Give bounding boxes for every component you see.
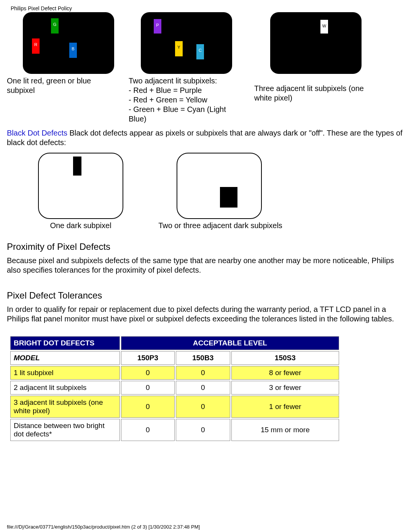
chip-b: B [69, 43, 77, 58]
tolerances-heading: Pixel Defect Tolerances [7, 290, 404, 301]
td-model-label: MODEL [10, 351, 120, 365]
bright-col-3: W Three adjacent lit subpixels (one whit… [254, 12, 368, 124]
td-model-2: 150B3 [176, 351, 230, 365]
chip-r: R [32, 38, 40, 54]
dark-col-1: One dark subpixel [38, 153, 123, 230]
th-bright-dot: BRIGHT DOT DEFECTS [10, 336, 120, 350]
tolerances-table: BRIGHT DOT DEFECTS ACCEPTABLE LEVEL MODE… [9, 335, 340, 442]
dark-col-2: Two or three adjacent dark subpixels [177, 153, 287, 230]
page-title: Philips Pixel Defect Policy [11, 5, 404, 11]
dark-cap-1: One dark subpixel [38, 221, 123, 230]
th-acceptable: ACCEPTABLE LEVEL [121, 336, 339, 350]
td-val: 0 [176, 396, 230, 418]
chip-p: P [154, 19, 161, 34]
bright-desc-2-l2: - Red + Green = Yellow [129, 96, 207, 104]
tolerances-paragraph: In order to qualify for repair or replac… [7, 305, 404, 324]
chip-g: G [51, 18, 59, 34]
td-label: Distance between two bright dot defects* [10, 419, 120, 441]
dark-panel-2 [177, 153, 262, 219]
dark-dot-row: One dark subpixel Two or three adjacent … [38, 153, 404, 230]
td-label: 1 lit subpixel [10, 366, 120, 380]
black-dot-paragraph: Black Dot Defects Black dot defects appe… [7, 128, 404, 147]
td-model-3: 150S3 [231, 351, 339, 365]
dark-panel-1 [38, 153, 123, 219]
bright-desc-2-l1: - Red + Blue = Purple [129, 86, 202, 94]
table-row: Distance between two bright dot defects*… [10, 419, 339, 441]
td-val: 0 [176, 366, 230, 380]
td-label: 2 adjacent lit subpixels [10, 381, 120, 395]
bright-col-1: R G B One lit red, green or blue subpixe… [7, 12, 117, 124]
td-label: 3 adjacent lit subpixels (one white pixe… [10, 396, 120, 418]
bright-panel-w: W [270, 12, 362, 74]
table-row: 3 adjacent lit subpixels (one white pixe… [10, 396, 339, 418]
table-row: 2 adjacent lit subpixels 0 0 3 or fewer [10, 381, 339, 395]
td-val: 0 [121, 419, 175, 441]
td-val: 0 [176, 419, 230, 441]
bright-panel-pyc: P Y C [141, 12, 232, 74]
td-val: 0 [176, 381, 230, 395]
td-val: 3 or fewer [231, 381, 339, 395]
bright-desc-2-l3: - Green + Blue = Cyan (Light Blue) [129, 105, 226, 123]
bright-dot-row: R G B One lit red, green or blue subpixe… [7, 12, 404, 124]
table-row: MODEL 150P3 150B3 150S3 [10, 351, 339, 365]
bright-col-2: P Y C Two adjacent lit subpixels: - Red … [129, 12, 243, 124]
dark-cap-2: Two or three adjacent dark subpixels [154, 221, 287, 230]
bright-desc-1: One lit red, green or blue subpixel [7, 76, 117, 95]
dark-subpixel-icon [73, 157, 81, 176]
td-val: 0 [121, 366, 175, 380]
proximity-heading: Proximity of Pixel Defects [7, 241, 404, 252]
bright-desc-2-head: Two adjacent lit subpixels: [129, 77, 217, 85]
td-val: 0 [121, 381, 175, 395]
dark-subpixels-icon [220, 187, 237, 208]
chip-c: C [196, 44, 204, 59]
td-val: 15 mm or more [231, 419, 339, 441]
td-val: 1 or fewer [231, 396, 339, 418]
td-val: 8 or fewer [231, 366, 339, 380]
proximity-paragraph: Because pixel and subpixels defects of t… [7, 256, 404, 275]
chip-y: Y [175, 41, 183, 56]
bright-panel-rgb: R G B [23, 12, 114, 74]
table-row: 1 lit subpixel 0 0 8 or fewer [10, 366, 339, 380]
td-val: 0 [121, 396, 175, 418]
bright-desc-3: Three adjacent lit subpixels (one white … [254, 84, 368, 103]
td-model-1: 150P3 [121, 351, 175, 365]
black-dot-link[interactable]: Black Dot Defects [7, 129, 67, 137]
table-row: BRIGHT DOT DEFECTS ACCEPTABLE LEVEL [10, 336, 339, 350]
bright-desc-2: Two adjacent lit subpixels: - Red + Blue… [129, 76, 243, 124]
chip-w: W [320, 20, 328, 34]
